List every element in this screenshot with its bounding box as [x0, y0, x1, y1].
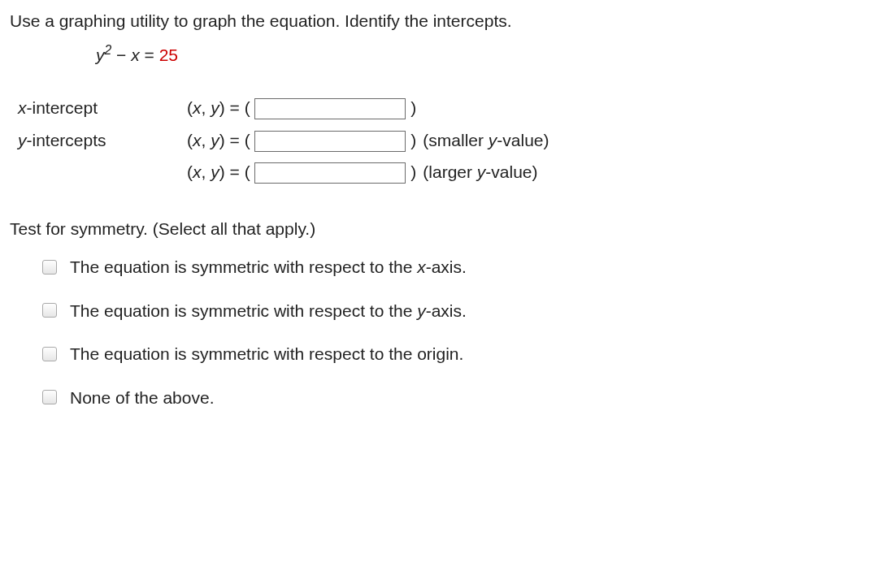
xy-prefix: (x, y) = (: [187, 131, 254, 149]
y-intercept-smaller-input[interactable]: [254, 131, 406, 152]
checkbox-x-axis[interactable]: [42, 260, 57, 275]
equation-rhs: 25: [159, 45, 178, 64]
xy-suffix: ): [406, 98, 416, 117]
symmetry-option-row: The equation is symmetric with respect t…: [42, 249, 876, 285]
checkbox-none[interactable]: [42, 390, 57, 404]
checkbox-y-axis[interactable]: [42, 303, 57, 318]
x-intercept-label: x-intercept: [18, 92, 187, 124]
checkbox-origin[interactable]: [42, 347, 57, 361]
option-label: The equation is symmetric with respect t…: [70, 254, 467, 280]
symmetry-prompt: Test for symmetry. (Select all that appl…: [10, 216, 876, 242]
question-prompt: Use a graphing utility to graph the equa…: [10, 8, 876, 34]
xy-suffix: ): [406, 131, 416, 149]
option-label: The equation is symmetric with respect t…: [70, 298, 467, 324]
xy-prefix: (x, y) = (: [187, 98, 254, 117]
y-intercepts-label: y-intercepts: [18, 124, 187, 157]
xy-prefix: (x, y) = (: [187, 162, 254, 181]
x-intercept-input[interactable]: [254, 98, 406, 119]
option-label: None of the above.: [70, 385, 214, 411]
xy-suffix: ): [406, 162, 416, 181]
y-intercept-larger-input[interactable]: [254, 162, 406, 184]
option-label: The equation is symmetric with respect t…: [70, 341, 463, 367]
equation-display: y2 − x = 25: [96, 42, 876, 68]
hint-larger: (larger y-value): [416, 156, 549, 188]
symmetry-option-row: None of the above.: [42, 380, 876, 416]
intercepts-section: x-intercept (x, y) = ( ) y-intercepts (x…: [18, 92, 549, 188]
symmetry-option-row: The equation is symmetric with respect t…: [42, 293, 876, 329]
hint-smaller: (smaller y-value): [416, 124, 549, 157]
symmetry-option-row: The equation is symmetric with respect t…: [42, 336, 876, 372]
